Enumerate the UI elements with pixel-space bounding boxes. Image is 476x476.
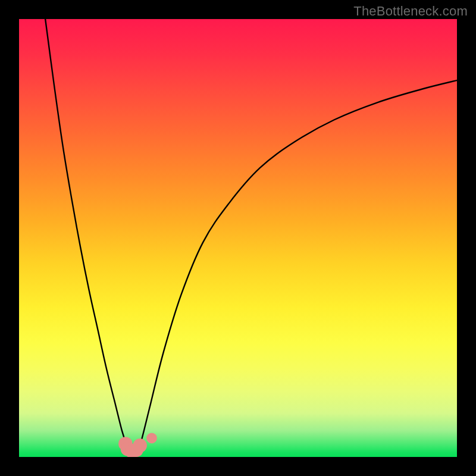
left-curve — [45, 19, 131, 453]
outer-frame: TheBottleneck.com — [0, 0, 476, 476]
marker-bottom-mid4 — [133, 439, 147, 453]
curve-layer — [19, 19, 457, 457]
watermark-text: TheBottleneck.com — [353, 4, 468, 19]
right-curve — [137, 80, 457, 453]
marker-bottom-right — [146, 433, 157, 444]
plot-area — [19, 19, 457, 457]
